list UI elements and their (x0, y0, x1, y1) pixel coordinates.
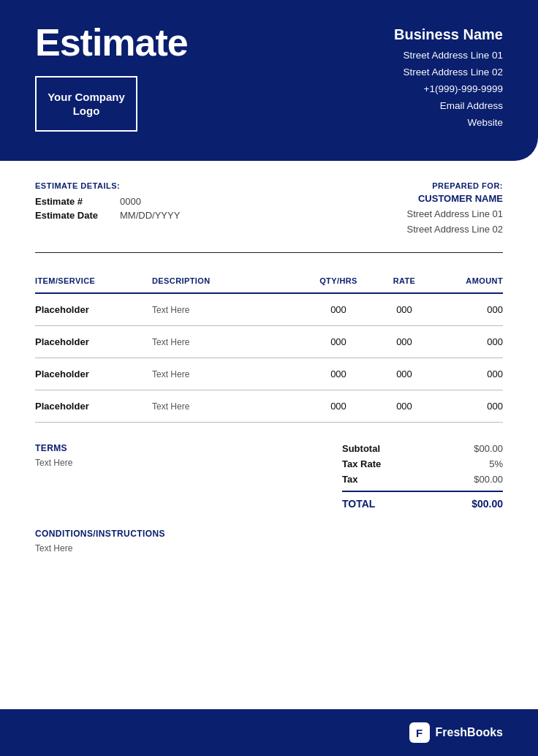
conditions-section: CONDITIONS/INSTRUCTIONS Text Here (0, 517, 538, 562)
table-row: Placeholder Text Here 000 000 000 (35, 358, 503, 390)
item-qty-4: 000 (306, 401, 371, 412)
estimate-number-key: Estimate # (35, 196, 108, 207)
estimate-details-label: ESTIMATE DETAILS: (35, 181, 180, 190)
table-section: ITEM/SERVICE DESCRIPTION QTY/HRS RATE AM… (0, 253, 538, 428)
item-qty-1: 000 (306, 304, 371, 315)
business-phone: +1(999)-999-9999 (394, 81, 503, 98)
total-label: TOTAL (342, 498, 375, 510)
terms-label: TERMS (35, 443, 342, 453)
item-name-3: Placeholder (35, 368, 152, 379)
col-rate: RATE (371, 276, 437, 285)
item-amount-4: 000 (437, 401, 503, 412)
tax-row: Tax $00.00 (342, 474, 503, 485)
header: Estimate Your Company Logo Business Name… (0, 0, 538, 161)
item-amount-1: 000 (437, 304, 503, 315)
terms-text: Text Here (35, 458, 342, 468)
estimate-details-left: ESTIMATE DETAILS: Estimate # 0000 Estima… (35, 181, 180, 224)
item-amount-2: 000 (437, 336, 503, 347)
item-name-2: Placeholder (35, 336, 152, 347)
conditions-label: CONDITIONS/INSTRUCTIONS (35, 529, 503, 539)
totals-col: Subtotal $00.00 Tax Rate 5% Tax $00.00 T… (342, 443, 503, 510)
freshbooks-icon: F (409, 722, 430, 743)
table-header: ITEM/SERVICE DESCRIPTION QTY/HRS RATE AM… (35, 271, 503, 291)
item-qty-3: 000 (306, 368, 371, 379)
customer-address1: Street Address Line 01 (406, 207, 503, 222)
item-desc-3: Text Here (152, 369, 306, 379)
item-desc-1: Text Here (152, 305, 306, 315)
estimate-date-row: Estimate Date MM/DD/YYYY (35, 210, 180, 221)
subtotal-value: $00.00 (474, 443, 503, 454)
header-left: Estimate Your Company Logo (35, 23, 188, 132)
tax-rate-label: Tax Rate (342, 458, 381, 469)
item-rate-3: 000 (371, 368, 437, 379)
header-right: Business Name Street Address Line 01 Str… (394, 26, 503, 132)
customer-address2: Street Address Line 02 (406, 222, 503, 238)
business-name: Business Name (394, 26, 503, 43)
business-address2: Street Address Line 02 (394, 64, 503, 81)
business-address1: Street Address Line 01 (394, 48, 503, 64)
item-qty-2: 000 (306, 336, 371, 347)
item-rate-1: 000 (371, 304, 437, 315)
item-amount-3: 000 (437, 368, 503, 379)
business-website: Website (394, 115, 503, 132)
total-row: TOTAL $00.00 (342, 498, 503, 510)
estimate-date-key: Estimate Date (35, 210, 108, 221)
customer-name: CUSTOMER NAME (406, 193, 503, 204)
item-rate-4: 000 (371, 401, 437, 412)
prepared-for: PREPARED FOR: CUSTOMER NAME Street Addre… (406, 181, 503, 238)
tax-value: $00.00 (474, 474, 503, 485)
item-rate-2: 000 (371, 336, 437, 347)
subtotal-row: Subtotal $00.00 (342, 443, 503, 454)
freshbooks-logo: F FreshBooks (409, 722, 503, 743)
col-amount: AMOUNT (437, 276, 503, 285)
business-info: Street Address Line 01 Street Address Li… (394, 48, 503, 132)
total-value: $00.00 (471, 498, 503, 510)
col-description: DESCRIPTION (152, 276, 306, 285)
details-section: ESTIMATE DETAILS: Estimate # 0000 Estima… (0, 161, 538, 252)
table-row: Placeholder Text Here 000 000 000 (35, 326, 503, 358)
table-row: Placeholder Text Here 000 000 000 (35, 390, 503, 423)
subtotal-label: Subtotal (342, 443, 380, 454)
item-name-4: Placeholder (35, 401, 152, 412)
tax-rate-value: 5% (489, 458, 503, 469)
estimate-date-val: MM/DD/YYYY (120, 210, 180, 221)
tax-rate-row: Tax Rate 5% (342, 458, 503, 469)
col-item-service: ITEM/SERVICE (35, 276, 152, 285)
footer: F FreshBooks (0, 709, 538, 756)
table-row: Placeholder Text Here 000 000 000 (35, 294, 503, 326)
estimate-number-val: 0000 (120, 196, 141, 207)
estimate-number-row: Estimate # 0000 (35, 196, 180, 207)
col-qty: QTY/HRS (306, 276, 371, 285)
estimate-title: Estimate (35, 23, 188, 61)
item-desc-2: Text Here (152, 337, 306, 347)
tax-label: Tax (342, 474, 357, 485)
item-name-1: Placeholder (35, 304, 152, 315)
business-email: Email Address (394, 98, 503, 115)
totals-divider (342, 491, 503, 492)
conditions-text: Text Here (35, 543, 503, 553)
company-logo: Your Company Logo (35, 76, 137, 132)
item-desc-4: Text Here (152, 401, 306, 412)
bottom-section: TERMS Text Here Subtotal $00.00 Tax Rate… (0, 428, 538, 517)
freshbooks-brand: FreshBooks (436, 726, 503, 739)
terms-col: TERMS Text Here (35, 443, 342, 468)
prepared-for-label: PREPARED FOR: (406, 181, 503, 190)
